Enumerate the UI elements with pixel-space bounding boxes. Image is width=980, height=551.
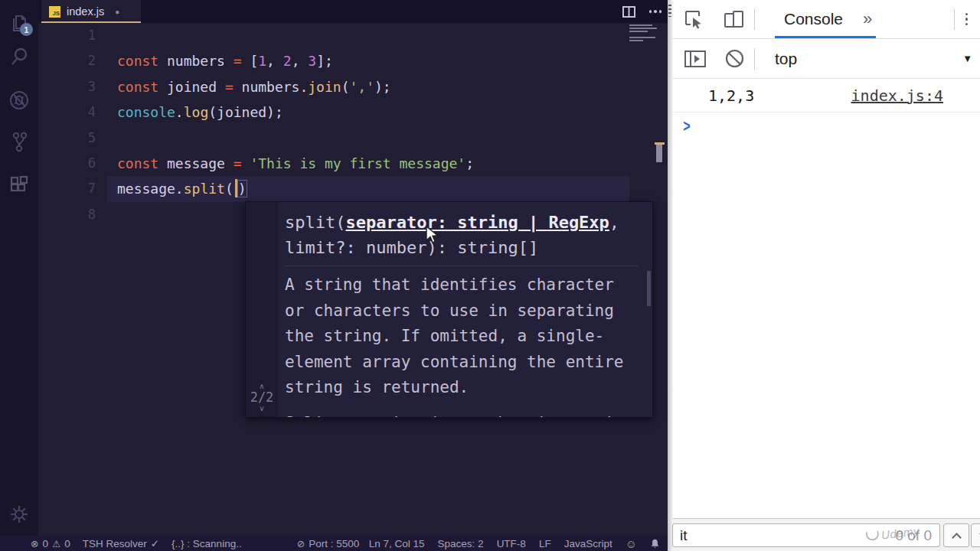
- settings-gear-icon[interactable]: [0, 504, 38, 525]
- code-text: const numbers = [1, 2, 3];: [117, 48, 333, 73]
- toolbar-divider: [754, 48, 755, 70]
- code-text: const message = 'This is my first messag…: [117, 151, 474, 176]
- editor-scrollbar[interactable]: [656, 145, 662, 162]
- hint-pager-gutter: ∧ 2/2 ∨: [246, 202, 278, 417]
- toolbar-divider: [954, 8, 955, 30]
- status-bar: ⊗ 0 ⚠ 0 TSH Resolver ✓ {..} : Scanning..…: [0, 536, 668, 551]
- console-log-row: 1,2,3 index.js:4: [673, 80, 980, 112]
- indentation[interactable]: Spaces: 2: [438, 538, 484, 549]
- extensions-icon[interactable]: [0, 174, 38, 196]
- live-server-port[interactable]: ⊘ Port : 5500: [297, 538, 360, 549]
- hint-documentation: A string that identifies character or ch…: [285, 266, 639, 418]
- eol-sequence[interactable]: LF: [539, 538, 551, 549]
- code-text: message.split(): [117, 176, 247, 201]
- tab-bar: JS index.js ●: [38, 0, 668, 23]
- vscode-window: 1: [0, 0, 668, 551]
- line-number: 2: [38, 48, 107, 73]
- line-number: 8: [38, 202, 107, 227]
- find-query-text: it: [680, 527, 688, 544]
- error-count: 0: [42, 538, 48, 549]
- console-prompt-row[interactable]: >: [673, 112, 980, 142]
- problems-indicator[interactable]: ⊗ 0 ⚠ 0: [31, 537, 70, 549]
- code-line[interactable]: 6const message = 'This is my first messa…: [38, 151, 668, 176]
- line-number: 5: [38, 126, 107, 151]
- find-next-icon[interactable]: [971, 523, 980, 547]
- devtools-tabbar: Console »: [673, 0, 980, 39]
- console-source-link[interactable]: index.js:4: [851, 86, 943, 105]
- hint-next-icon[interactable]: ∨: [259, 405, 264, 412]
- mouse-pointer: [425, 226, 442, 249]
- text-cursor: [235, 179, 237, 197]
- javascript-file-icon: JS: [49, 6, 60, 18]
- prompt-chevron-icon: >: [683, 118, 690, 137]
- code-line[interactable]: 7message.split(): [38, 176, 668, 201]
- find-match-count: 0 of 0: [895, 527, 932, 544]
- tab-indexjs[interactable]: JS index.js ●: [41, 0, 141, 23]
- encoding[interactable]: UTF-8: [497, 538, 526, 549]
- parameter-hints-tooltip: ∧ 2/2 ∨ split(separator: string | RegExp…: [245, 201, 653, 418]
- cursor-position[interactable]: Ln 7, Col 15: [369, 538, 425, 549]
- console-sidebar-icon[interactable]: [684, 50, 707, 68]
- minimap[interactable]: [629, 24, 660, 43]
- matching-bracket: ): [238, 181, 247, 197]
- line-number: 3: [38, 74, 107, 99]
- tab-filename: index.js: [67, 5, 104, 18]
- warnings-icon: ⚠: [52, 538, 60, 549]
- hint-active-param: separator: string | RegExp: [345, 213, 609, 232]
- clear-console-icon[interactable]: [724, 48, 745, 69]
- feedback-smiley-icon[interactable]: ☺: [626, 537, 637, 550]
- find-bar: it 0 of 0 Udemy: [673, 518, 980, 551]
- hint-signature: split(separator: string | RegExp, limit?…: [285, 210, 639, 266]
- devtools-menu-icon[interactable]: [965, 13, 969, 26]
- code-text: console.log(joined);: [117, 99, 283, 125]
- code-text: const joined = numbers.join(',');: [117, 74, 391, 99]
- scanning-status[interactable]: {..} : Scanning..: [172, 537, 242, 549]
- find-prev-icon[interactable]: [943, 523, 969, 547]
- debug-icon[interactable]: [0, 89, 38, 112]
- more-tabs-icon[interactable]: »: [863, 9, 871, 29]
- console-log-value[interactable]: 1,2,3: [708, 86, 754, 105]
- device-toolbar-icon[interactable]: [723, 9, 745, 30]
- line-number: 1: [38, 23, 107, 48]
- tab-console[interactable]: Console: [784, 10, 843, 28]
- hint-summary-doc: Split a string into substrings using the…: [285, 411, 639, 419]
- explorer-badge: 1: [20, 23, 33, 36]
- code-editor[interactable]: 12const numbers = [1, 2, 3];3const joine…: [38, 23, 668, 536]
- line-number: 7: [38, 176, 107, 201]
- explorer-icon[interactable]: 1: [0, 11, 38, 34]
- errors-icon: ⊗: [31, 538, 38, 549]
- more-actions-icon[interactable]: [649, 10, 662, 13]
- unsaved-dot-icon: ●: [115, 8, 119, 16]
- activity-bar: 1: [0, 0, 38, 536]
- code-line[interactable]: 1: [38, 23, 668, 48]
- line-number: 4: [38, 99, 107, 125]
- find-input[interactable]: it 0 of 0: [672, 523, 940, 547]
- console-toolbar: top ▼: [673, 39, 980, 79]
- code-area: 12const numbers = [1, 2, 3];3const joine…: [38, 23, 668, 227]
- code-line[interactable]: 4console.log(joined);: [38, 99, 668, 125]
- check-icon: ✓: [151, 537, 159, 549]
- code-line[interactable]: 2const numbers = [1, 2, 3];: [38, 48, 668, 73]
- bell-icon[interactable]: [650, 539, 660, 549]
- hint-param-doc: A string that identifies character or ch…: [285, 272, 639, 401]
- hint-scrollbar[interactable]: [647, 271, 651, 306]
- code-line[interactable]: 3const joined = numbers.join(',');: [38, 74, 668, 99]
- tsh-resolver-status[interactable]: TSH Resolver ✓: [83, 537, 159, 549]
- search-icon[interactable]: [0, 46, 38, 67]
- port-icon: ⊘: [297, 538, 305, 549]
- active-tab-indicator: [775, 36, 876, 38]
- code-line[interactable]: 5: [38, 126, 668, 151]
- hint-pager-count: 2/2: [250, 390, 274, 405]
- devtools-panel: Console » top ▼ 1,2,3 i: [668, 0, 980, 551]
- context-dropdown-icon[interactable]: ▼: [962, 53, 972, 64]
- execution-context-selector[interactable]: top: [775, 50, 797, 68]
- panel-resize-handle[interactable]: [668, 0, 673, 551]
- toolbar-divider: [754, 8, 755, 30]
- inspect-icon[interactable]: [684, 9, 704, 30]
- source-control-icon[interactable]: [0, 130, 38, 153]
- language-mode[interactable]: JavaScript: [564, 538, 612, 549]
- warning-count: 0: [64, 538, 70, 549]
- line-number: 6: [38, 151, 107, 176]
- split-editor-icon[interactable]: [622, 6, 635, 18]
- screen: 1: [0, 0, 980, 551]
